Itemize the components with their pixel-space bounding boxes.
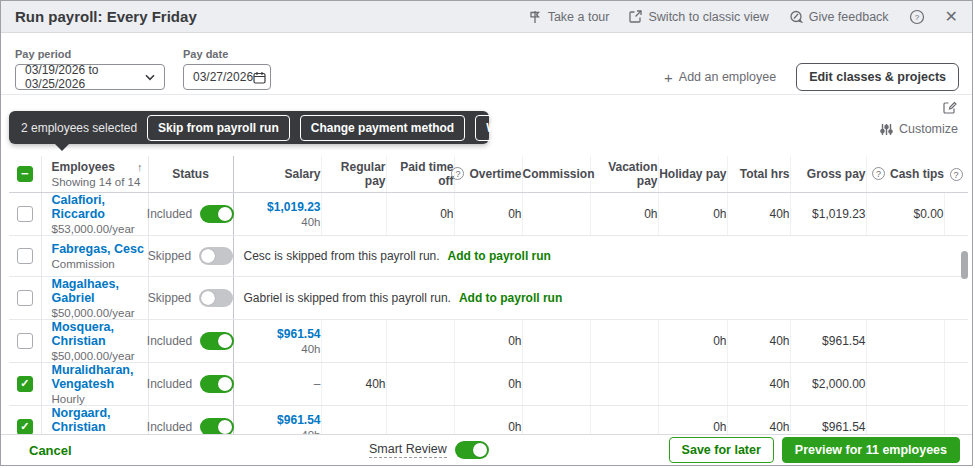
salary-column-header: Salary bbox=[233, 156, 321, 192]
employee-name-link[interactable]: Magalhaes, Gabriel bbox=[52, 277, 148, 305]
add-employee-label: Add an employee bbox=[679, 70, 776, 84]
smart-review-label: Smart Review bbox=[369, 442, 447, 458]
cell-vacation-pay bbox=[590, 362, 658, 405]
skipped-message: Gabriel is skipped from this payroll run… bbox=[244, 291, 451, 305]
holiday-pay-column-header: Holiday pay bbox=[658, 156, 727, 192]
vertical-scrollbar-thumb[interactable] bbox=[961, 251, 968, 279]
customize-label: Customize bbox=[899, 122, 958, 136]
pay-date-field-group: Pay date 03/27/2026 bbox=[183, 48, 271, 90]
cell-commission bbox=[522, 192, 590, 235]
footer-bar: Cancel Smart Review Save for later Previ… bbox=[1, 434, 972, 465]
skip-from-payroll-run-button[interactable]: Skip from payroll run bbox=[147, 115, 290, 141]
sort-ascending-icon[interactable]: ↑ bbox=[137, 161, 143, 173]
customize-button[interactable]: Customize bbox=[880, 122, 958, 136]
cell-paid-time-off: 0h bbox=[386, 192, 454, 235]
write-memo-button[interactable]: Write memo bbox=[475, 115, 565, 141]
edit-classes-projects-button[interactable]: Edit classes & projects bbox=[796, 63, 959, 91]
employee-name-link[interactable]: Muralidharan, Vengatesh bbox=[52, 363, 148, 391]
employee-name-link[interactable]: Mosquera, Christian bbox=[52, 320, 148, 348]
add-to-payroll-run-link[interactable]: Add to payroll run bbox=[459, 291, 562, 305]
row-checkbox[interactable] bbox=[17, 376, 33, 392]
employee-row: Mosquera, Christian$50,000.00/yearInclud… bbox=[9, 319, 968, 362]
employee-row: Muralidharan, VengateshHourlyIncluded–40… bbox=[9, 362, 968, 405]
include-toggle[interactable] bbox=[200, 375, 234, 393]
bulkbar-close-icon[interactable]: ✕ bbox=[578, 120, 591, 135]
payroll-table-body: Calafiori, Riccardo$53,000.00/yearInclud… bbox=[9, 192, 968, 448]
cancel-button[interactable]: Cancel bbox=[29, 443, 72, 458]
pay-date-input[interactable]: 03/27/2026 bbox=[183, 64, 271, 90]
take-a-tour-button[interactable]: Take a tour bbox=[528, 10, 610, 24]
add-to-payroll-run-link[interactable]: Add to payroll run bbox=[448, 249, 551, 263]
cell-commission bbox=[522, 362, 590, 405]
change-payment-method-button[interactable]: Change payment method bbox=[300, 115, 465, 141]
select-all-checkbox[interactable] bbox=[17, 166, 33, 182]
tour-icon bbox=[528, 10, 542, 24]
cell-cash-tips bbox=[866, 362, 944, 405]
status-label: Included bbox=[147, 207, 192, 221]
include-toggle[interactable] bbox=[199, 289, 233, 307]
employee-name-link[interactable]: Calafiori, Riccardo bbox=[52, 193, 148, 221]
cell-salary[interactable]: $1,019.2340h bbox=[233, 192, 321, 235]
cell-overtime: 0h bbox=[454, 192, 522, 235]
switch-to-classic-view-label: Switch to classic view bbox=[648, 10, 768, 24]
row-checkbox[interactable] bbox=[17, 248, 33, 264]
include-toggle[interactable] bbox=[200, 418, 234, 436]
status-label: Skipped bbox=[148, 249, 191, 263]
gross-pay-column-header: Gross pay bbox=[790, 156, 866, 192]
cell-holiday-pay: 0h bbox=[658, 319, 727, 362]
cell-overtime: 0h bbox=[454, 362, 522, 405]
skipped-message-cell: Cesc is skipped from this payroll run.Ad… bbox=[233, 235, 968, 276]
status-label: Skipped bbox=[148, 291, 191, 305]
employee-name-link[interactable]: Norgaard, Christian bbox=[52, 406, 148, 434]
paid-time-off-column-header: Paid time off bbox=[386, 156, 454, 192]
include-toggle[interactable] bbox=[200, 205, 234, 223]
employee-pay-detail: $50,000.00/year bbox=[52, 307, 148, 319]
overtime-column-header: ?Overtime bbox=[454, 156, 522, 192]
column-help-icon[interactable]: ? bbox=[950, 168, 963, 181]
cell-paid-time-off bbox=[386, 319, 454, 362]
status-label: Included bbox=[147, 420, 192, 434]
titlebar: Run payroll: Every Friday Take a tour S bbox=[1, 1, 972, 33]
cell-total-hrs: 40h bbox=[727, 319, 790, 362]
pay-date-label: Pay date bbox=[183, 48, 271, 60]
employee-name-link[interactable]: Fabregas, Cesc bbox=[52, 242, 148, 256]
give-feedback-label: Give feedback bbox=[809, 10, 889, 24]
row-checkbox[interactable] bbox=[17, 290, 33, 306]
external-link-icon bbox=[629, 10, 642, 23]
vacation-pay-column-header: Vacation pay bbox=[590, 156, 658, 192]
row-checkbox[interactable] bbox=[17, 333, 33, 349]
calendar-icon bbox=[253, 71, 266, 84]
save-for-later-button[interactable]: Save for later bbox=[669, 437, 774, 463]
overtime-help-icon[interactable]: ? bbox=[451, 167, 464, 180]
svg-text:?: ? bbox=[914, 13, 919, 22]
status-column-header: Status bbox=[148, 156, 233, 192]
bulk-action-toolbar: 2 employees selected Skip from payroll r… bbox=[9, 111, 489, 144]
compose-icon[interactable] bbox=[942, 100, 957, 119]
row-checkbox[interactable] bbox=[17, 419, 33, 435]
cash-tips-help-icon[interactable]: ? bbox=[872, 167, 885, 180]
employee-row: Magalhaes, Gabriel$50,000.00/yearSkipped… bbox=[9, 276, 968, 319]
pay-period-select[interactable]: 03/19/2026 to 03/25/2026 bbox=[15, 64, 165, 90]
include-toggle[interactable] bbox=[200, 332, 234, 350]
cell-total-hrs: 40h bbox=[727, 362, 790, 405]
cash-tips-column-header: ?Cash tips bbox=[866, 156, 944, 192]
status-label: Included bbox=[147, 377, 192, 391]
pay-period-field-group: Pay period 03/19/2026 to 03/25/2026 bbox=[15, 48, 165, 90]
include-toggle[interactable] bbox=[199, 247, 233, 265]
preview-employees-button[interactable]: Preview for 11 employees bbox=[782, 437, 960, 463]
smart-review-toggle[interactable] bbox=[455, 441, 489, 459]
skipped-message: Cesc is skipped from this payroll run. bbox=[244, 249, 440, 263]
help-icon[interactable]: ? bbox=[909, 9, 925, 25]
cell-vacation-pay bbox=[590, 319, 658, 362]
switch-to-classic-view-button[interactable]: Switch to classic view bbox=[629, 10, 768, 24]
close-icon[interactable]: ✕ bbox=[945, 9, 958, 25]
cell-salary[interactable]: $961.5440h bbox=[233, 319, 321, 362]
employee-pay-detail: $53,000.00/year bbox=[52, 223, 148, 235]
run-payroll-window: Run payroll: Every Friday Take a tour S bbox=[0, 0, 973, 466]
cell-extra bbox=[944, 319, 968, 362]
give-feedback-button[interactable]: Give feedback bbox=[789, 10, 889, 24]
plus-icon: + bbox=[664, 70, 673, 85]
add-employee-button[interactable]: + Add an employee bbox=[664, 70, 776, 85]
employees-column-header[interactable]: Employees bbox=[52, 160, 115, 174]
row-checkbox[interactable] bbox=[17, 206, 33, 222]
